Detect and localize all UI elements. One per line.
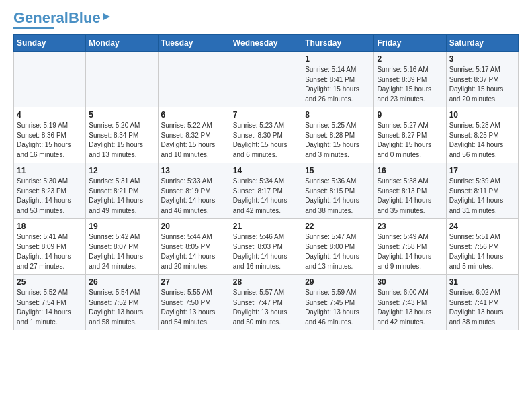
day-number: 12	[89, 166, 154, 175]
calendar-cell: 20Sunrise: 5:44 AM Sunset: 8:05 PM Dayli…	[158, 219, 230, 275]
day-number: 18	[17, 222, 83, 231]
day-number: 19	[89, 222, 154, 231]
calendar-cell: 22Sunrise: 5:47 AM Sunset: 8:00 PM Dayli…	[302, 219, 374, 275]
calendar-cell: 29Sunrise: 5:59 AM Sunset: 7:45 PM Dayli…	[302, 275, 374, 330]
day-info: Sunrise: 5:49 AM Sunset: 7:58 PM Dayligh…	[377, 232, 443, 271]
calendar-cell: 8Sunrise: 5:25 AM Sunset: 8:28 PM Daylig…	[302, 107, 374, 163]
calendar-cell: 1Sunrise: 5:14 AM Sunset: 8:41 PM Daylig…	[302, 52, 374, 107]
logo: GeneralBlue	[13, 11, 112, 29]
calendar-cell: 2Sunrise: 5:16 AM Sunset: 8:39 PM Daylig…	[374, 52, 446, 107]
day-number: 2	[377, 54, 443, 64]
day-info: Sunrise: 5:44 AM Sunset: 8:05 PM Dayligh…	[161, 232, 227, 271]
calendar-cell: 21Sunrise: 5:46 AM Sunset: 8:03 PM Dayli…	[230, 219, 302, 275]
calendar-cell: 11Sunrise: 5:30 AM Sunset: 8:23 PM Dayli…	[14, 163, 86, 219]
calendar-cell: 4Sunrise: 5:19 AM Sunset: 8:36 PM Daylig…	[14, 107, 86, 163]
calendar-cell: 9Sunrise: 5:27 AM Sunset: 8:27 PM Daylig…	[374, 107, 446, 163]
calendar-cell: 27Sunrise: 5:55 AM Sunset: 7:50 PM Dayli…	[158, 275, 230, 330]
day-number: 20	[161, 222, 227, 231]
page: GeneralBlue SundayMondayTuesdayWednesday…	[0, 0, 532, 341]
day-number: 4	[17, 110, 83, 120]
day-info: Sunrise: 5:55 AM Sunset: 7:50 PM Dayligh…	[161, 288, 227, 327]
calendar-cell: 23Sunrise: 5:49 AM Sunset: 7:58 PM Dayli…	[374, 219, 446, 275]
day-info: Sunrise: 6:02 AM Sunset: 7:41 PM Dayligh…	[449, 288, 515, 327]
calendar-cell	[14, 52, 86, 107]
day-number: 30	[377, 277, 443, 287]
calendar-cell: 13Sunrise: 5:33 AM Sunset: 8:19 PM Dayli…	[158, 163, 230, 219]
calendar-cell: 6Sunrise: 5:22 AM Sunset: 8:32 PM Daylig…	[158, 107, 230, 163]
calendar-table: SundayMondayTuesdayWednesdayThursdayFrid…	[13, 34, 519, 330]
day-number: 26	[89, 277, 154, 287]
day-number: 27	[161, 277, 227, 287]
day-number: 22	[305, 222, 371, 231]
week-row-1: 1Sunrise: 5:14 AM Sunset: 8:41 PM Daylig…	[14, 52, 519, 107]
day-info: Sunrise: 5:51 AM Sunset: 7:56 PM Dayligh…	[449, 232, 515, 271]
day-number: 10	[449, 110, 515, 120]
header: GeneralBlue	[13, 11, 519, 29]
calendar-cell: 26Sunrise: 5:54 AM Sunset: 7:52 PM Dayli…	[86, 275, 158, 330]
day-info: Sunrise: 5:30 AM Sunset: 8:23 PM Dayligh…	[17, 177, 83, 216]
calendar-header: SundayMondayTuesdayWednesdayThursdayFrid…	[14, 35, 519, 52]
day-info: Sunrise: 5:17 AM Sunset: 8:37 PM Dayligh…	[449, 65, 515, 104]
day-info: Sunrise: 5:16 AM Sunset: 8:39 PM Dayligh…	[377, 65, 443, 104]
logo-underline	[13, 27, 54, 29]
day-info: Sunrise: 5:57 AM Sunset: 7:47 PM Dayligh…	[233, 288, 299, 327]
logo-line: GeneralBlue	[13, 11, 112, 26]
day-number: 16	[377, 166, 443, 175]
calendar-cell: 14Sunrise: 5:34 AM Sunset: 8:17 PM Dayli…	[230, 163, 302, 219]
calendar-cell: 19Sunrise: 5:42 AM Sunset: 8:07 PM Dayli…	[86, 219, 158, 275]
calendar-body: 1Sunrise: 5:14 AM Sunset: 8:41 PM Daylig…	[14, 52, 519, 330]
day-info: Sunrise: 5:42 AM Sunset: 8:07 PM Dayligh…	[89, 232, 154, 271]
logo-blue: Blue	[69, 9, 101, 26]
day-info: Sunrise: 5:38 AM Sunset: 8:13 PM Dayligh…	[377, 177, 443, 216]
day-number: 14	[233, 166, 299, 175]
day-info: Sunrise: 5:25 AM Sunset: 8:28 PM Dayligh…	[305, 121, 371, 160]
day-number: 9	[377, 110, 443, 120]
day-info: Sunrise: 5:33 AM Sunset: 8:19 PM Dayligh…	[161, 177, 227, 216]
calendar-cell	[158, 52, 230, 107]
day-info: Sunrise: 5:46 AM Sunset: 8:03 PM Dayligh…	[233, 232, 299, 271]
day-info: Sunrise: 5:36 AM Sunset: 8:15 PM Dayligh…	[305, 177, 371, 216]
day-info: Sunrise: 5:20 AM Sunset: 8:34 PM Dayligh…	[89, 121, 154, 160]
day-info: Sunrise: 5:19 AM Sunset: 8:36 PM Dayligh…	[17, 121, 83, 160]
calendar-cell	[230, 52, 302, 107]
day-info: Sunrise: 5:14 AM Sunset: 8:41 PM Dayligh…	[305, 65, 371, 104]
day-number: 24	[449, 222, 515, 231]
calendar-cell: 10Sunrise: 5:28 AM Sunset: 8:25 PM Dayli…	[446, 107, 518, 163]
logo-text: GeneralBlue	[13, 11, 101, 26]
week-row-3: 11Sunrise: 5:30 AM Sunset: 8:23 PM Dayli…	[14, 163, 519, 219]
calendar-cell: 30Sunrise: 6:00 AM Sunset: 7:43 PM Dayli…	[374, 275, 446, 330]
day-header-monday: Monday	[86, 35, 158, 52]
day-number: 21	[233, 222, 299, 231]
week-row-4: 18Sunrise: 5:41 AM Sunset: 8:09 PM Dayli…	[14, 219, 519, 275]
day-header-thursday: Thursday	[302, 35, 374, 52]
day-header-sunday: Sunday	[14, 35, 86, 52]
day-number: 3	[449, 54, 515, 64]
day-number: 25	[17, 277, 83, 287]
day-info: Sunrise: 6:00 AM Sunset: 7:43 PM Dayligh…	[377, 288, 443, 327]
calendar-cell: 15Sunrise: 5:36 AM Sunset: 8:15 PM Dayli…	[302, 163, 374, 219]
day-number: 15	[305, 166, 371, 175]
day-header-tuesday: Tuesday	[158, 35, 230, 52]
day-number: 1	[305, 54, 371, 64]
day-number: 17	[449, 166, 515, 175]
day-header-friday: Friday	[374, 35, 446, 52]
week-row-5: 25Sunrise: 5:52 AM Sunset: 7:54 PM Dayli…	[14, 275, 519, 330]
svg-marker-0	[103, 13, 110, 20]
day-info: Sunrise: 5:47 AM Sunset: 8:00 PM Dayligh…	[305, 232, 371, 271]
day-number: 31	[449, 277, 515, 287]
logo-arrow-icon	[102, 12, 112, 21]
calendar-cell: 12Sunrise: 5:31 AM Sunset: 8:21 PM Dayli…	[86, 163, 158, 219]
logo-general: General	[13, 9, 69, 26]
day-number: 28	[233, 277, 299, 287]
day-info: Sunrise: 5:59 AM Sunset: 7:45 PM Dayligh…	[305, 288, 371, 327]
day-info: Sunrise: 5:54 AM Sunset: 7:52 PM Dayligh…	[89, 288, 154, 327]
calendar-cell: 25Sunrise: 5:52 AM Sunset: 7:54 PM Dayli…	[14, 275, 86, 330]
days-header-row: SundayMondayTuesdayWednesdayThursdayFrid…	[14, 35, 519, 52]
day-info: Sunrise: 5:52 AM Sunset: 7:54 PM Dayligh…	[17, 288, 83, 327]
day-number: 11	[17, 166, 83, 175]
calendar-cell: 7Sunrise: 5:23 AM Sunset: 8:30 PM Daylig…	[230, 107, 302, 163]
day-number: 8	[305, 110, 371, 120]
day-info: Sunrise: 5:34 AM Sunset: 8:17 PM Dayligh…	[233, 177, 299, 216]
day-info: Sunrise: 5:31 AM Sunset: 8:21 PM Dayligh…	[89, 177, 154, 216]
week-row-2: 4Sunrise: 5:19 AM Sunset: 8:36 PM Daylig…	[14, 107, 519, 163]
